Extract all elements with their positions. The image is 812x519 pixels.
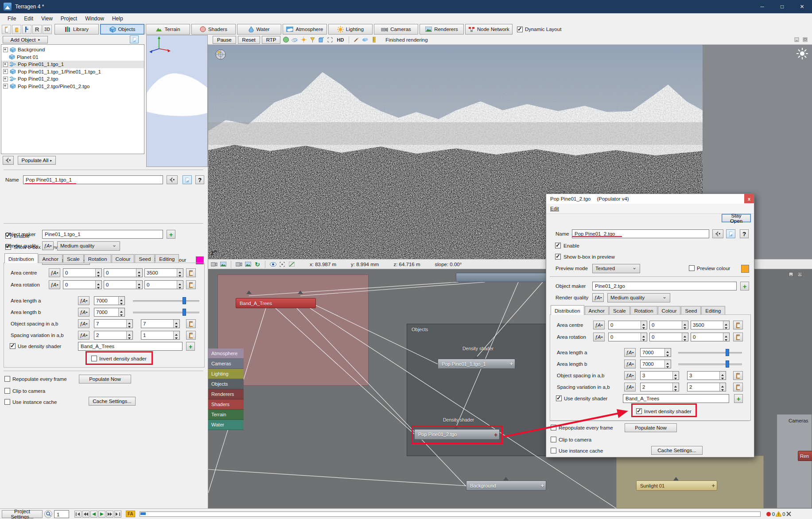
dialog-area-rotation-x-input[interactable]: 0 (608, 333, 647, 341)
tab-cameras[interactable]: Cameras (374, 24, 418, 35)
node-expand-plus-icon[interactable]: + (509, 360, 513, 367)
frame-number-input[interactable]: 1 (54, 510, 69, 518)
area-centre-z-input[interactable]: 3500 (144, 268, 183, 277)
tab-water[interactable]: Water (237, 24, 281, 35)
node-expand-plus-icon[interactable]: + (540, 482, 544, 489)
step-back-button[interactable] (82, 511, 89, 518)
dialog-render-quality-dropdown[interactable]: Medium quality (607, 293, 670, 302)
close-button[interactable]: ✕ (792, 0, 812, 13)
panel-restore-icon[interactable] (801, 36, 808, 43)
menu-window[interactable]: Window (81, 14, 108, 23)
tab-scale[interactable]: Scale (63, 254, 84, 263)
dialog-title-bar[interactable]: Pop Pine01_2.tgo (Populator v4) (546, 194, 754, 204)
dialog-render-quality-fx-button[interactable]: ƒA (592, 293, 604, 302)
dialog-enable-checkbox[interactable] (555, 243, 561, 248)
category-lighting[interactable]: Lighting (208, 369, 244, 379)
dialog-preview-colour-swatch[interactable] (741, 265, 749, 273)
copy-paste-button[interactable] (186, 331, 196, 340)
mini-3d-preview[interactable] (146, 35, 208, 167)
area-rotation-z-input[interactable]: 0 (144, 280, 183, 289)
dialog-tab-editing[interactable]: Editing (701, 306, 725, 315)
tab-colour[interactable]: Colour (112, 254, 135, 263)
band-a-trees-node[interactable]: Band_A_Trees (236, 298, 316, 308)
tab-library[interactable]: Library (54, 24, 99, 35)
pop-pine01-2-node[interactable]: Pop Pine01_2.tgo + (414, 429, 500, 440)
cache-settings-button[interactable]: Cache Settings... (89, 397, 136, 406)
spinner[interactable] (719, 372, 726, 380)
dialog-tab-scale[interactable]: Scale (609, 306, 630, 315)
dialog-density-shader-assign-button[interactable]: + (734, 394, 743, 403)
spinner[interactable] (136, 269, 142, 277)
dialog-clip-to-camera-checkbox[interactable] (551, 437, 556, 442)
tree-item-pop-pine01-2-child[interactable]: Pop Pine01_2.tgo/Pine01_2.tgo (1, 83, 144, 90)
lamp-toggle-icon[interactable] (309, 36, 316, 43)
dialog-object-maker-input[interactable]: Pine01_2.tgo (592, 282, 737, 290)
network-pane-restore-icon[interactable] (796, 271, 803, 278)
tree-gear-button[interactable] (3, 156, 14, 165)
sunlight-node[interactable]: Sunlight 01 + (636, 480, 717, 491)
category-objects[interactable]: Objects (208, 379, 244, 389)
fx-button[interactable]: ƒA (624, 348, 636, 357)
dialog-show-bbox-row[interactable]: Show b-box in preview (555, 254, 615, 260)
dialog-density-shader-input[interactable]: Band_A_Trees (623, 394, 729, 403)
add-object-button[interactable]: Add Object▸ (3, 36, 48, 43)
open-project-button[interactable] (12, 25, 21, 34)
fx-button[interactable]: ƒA (593, 321, 605, 329)
stay-open-button[interactable]: Stay Open (722, 214, 751, 222)
dialog-tab-distribution[interactable]: Distribution (551, 305, 584, 315)
dialog-spacing-variation-a-input[interactable]: 2 (640, 383, 679, 391)
minimize-button[interactable]: ─ (752, 0, 772, 13)
expand-icon[interactable] (3, 84, 8, 89)
cloud-toggle-icon[interactable] (291, 36, 298, 43)
spinner[interactable] (682, 321, 688, 329)
dialog-name-input[interactable]: Pop Pine01_2.tgo (572, 229, 709, 238)
curve-icon[interactable] (288, 261, 295, 268)
dialog-object-maker-assign-button[interactable]: + (740, 282, 749, 290)
copy-paste-button[interactable] (186, 280, 196, 289)
spinner[interactable] (173, 331, 179, 339)
spinner[interactable] (136, 281, 142, 289)
sun-toggle-icon[interactable] (300, 36, 307, 43)
copy-paste-button[interactable] (733, 333, 743, 341)
render-quality-fx-button[interactable]: ƒA (42, 241, 54, 250)
area-centre-x-input[interactable]: 0 (63, 268, 102, 277)
object-spacing-b-input[interactable]: 7 (141, 319, 180, 328)
invert-density-shader-checkbox[interactable] (91, 356, 97, 361)
spinner[interactable] (723, 333, 729, 341)
fx-button[interactable]: ƒA (78, 319, 89, 328)
spinner[interactable] (126, 331, 132, 339)
tab-lighting[interactable]: Lighting (328, 24, 373, 35)
populate-now-button[interactable]: Populate Now (79, 375, 131, 383)
populator-dialog[interactable]: Pop Pine01_2.tgo (Populator v4) x Edit S… (546, 194, 754, 457)
menu-view[interactable]: View (37, 14, 57, 23)
category-shaders[interactable]: Shaders (208, 399, 244, 410)
tab-seed[interactable]: Seed (135, 254, 155, 263)
save-project-button[interactable] (22, 25, 31, 34)
fx-button[interactable]: ƒA (78, 331, 89, 340)
density-shader-input[interactable]: Band_A_Trees (78, 342, 183, 351)
menu-edit[interactable]: Edit (20, 14, 37, 23)
fx-button[interactable]: ƒA (49, 268, 60, 277)
measure-tool-icon[interactable] (370, 36, 377, 43)
dialog-area-centre-y-input[interactable]: 0 (649, 321, 688, 329)
dialog-help-button[interactable]: ? (740, 229, 749, 238)
fx-button[interactable]: ƒA (593, 333, 605, 341)
dialog-area-centre-z-input[interactable]: 3500 (691, 321, 730, 329)
density-shader-assign-button[interactable]: + (186, 342, 195, 351)
dialog-tab-seed[interactable]: Seed (681, 306, 701, 315)
spinner[interactable] (118, 308, 124, 316)
menu-help[interactable]: Help (108, 14, 127, 23)
use-density-shader-checkbox[interactable] (10, 343, 16, 349)
dialog-close-button[interactable]: x (744, 194, 754, 203)
3d-view-button[interactable]: 3D (43, 25, 52, 34)
dialog-area-rotation-y-input[interactable]: 0 (649, 333, 688, 341)
dialog-show-bbox-checkbox[interactable] (555, 254, 561, 260)
timeline-progress-bar[interactable] (140, 511, 761, 517)
dynamic-layout-toggle[interactable]: Dynamic Layout (517, 27, 561, 32)
go-to-end-button[interactable] (114, 511, 121, 518)
object-spacing-a-input[interactable]: 7 (94, 319, 133, 328)
fx-button[interactable]: ƒA (78, 308, 89, 317)
rtp-button[interactable]: RTP (262, 36, 281, 44)
object-maker-input[interactable]: Pine01_1.tgo_1 (42, 230, 163, 239)
spinner[interactable] (664, 360, 671, 368)
